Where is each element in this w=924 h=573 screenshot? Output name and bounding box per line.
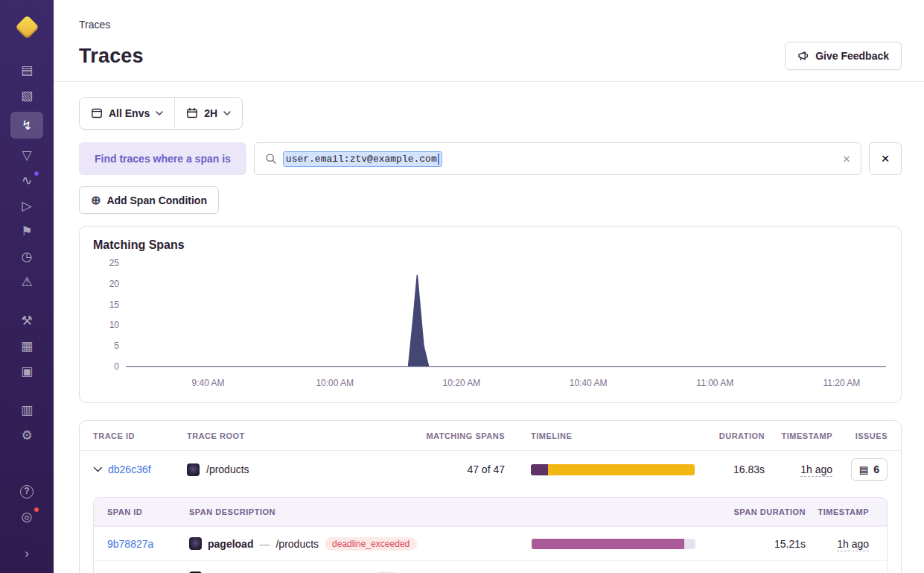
col-span-timestamp: TIMESTAMP (806, 507, 887, 516)
feedback-icon: ▽ (22, 148, 31, 163)
matching-spans-value: 47 of 47 (404, 463, 505, 475)
span-timeline-bar[interactable] (532, 539, 695, 549)
main-content: Traces Traces Give Feedback All Envs (54, 0, 924, 573)
sidebar-item-replays[interactable]: ▷ (10, 194, 43, 218)
date-range-filter[interactable]: 2H (174, 98, 242, 129)
sidebar-item-crons[interactable]: ◷ (10, 244, 43, 269)
span-search-input[interactable]: user.email:ztv@example.com × (254, 142, 861, 175)
sidebar-item-collapse[interactable]: › (10, 541, 43, 566)
sidebar-item-feedback[interactable]: ▽ (10, 143, 43, 168)
sidebar-item-toolbox[interactable]: ⚒ (10, 308, 43, 333)
span-table-header: SPAN ID SPAN DESCRIPTION SPAN DURATION T… (94, 498, 887, 526)
notification-dot (34, 171, 39, 177)
calendar-icon (186, 107, 198, 119)
stats-icon: ▥ (21, 402, 33, 418)
sidebar-item-alerts[interactable]: ⚠ (10, 270, 43, 294)
broadcast-icon: ◎ (22, 509, 33, 525)
alerts-icon: ⚠ (21, 274, 32, 290)
releases-icon: ⚑ (21, 224, 32, 239)
chart-y-axis: 2520151050 (93, 258, 126, 372)
sidebar-item-dashboards[interactable]: ▦ (10, 334, 43, 358)
sidebar-item-help[interactable]: ? (10, 479, 43, 504)
search-query-token[interactable]: user.email:ztv@example.com (284, 152, 442, 166)
sidebar-item-briefcase[interactable]: ▣ (10, 359, 43, 384)
col-issues: ISSUES (832, 431, 901, 440)
search-icon (265, 153, 277, 165)
chart-y-tick: 15 (109, 300, 119, 310)
chart-x-tick: 9:40 AM (192, 378, 225, 388)
replays-icon: ▷ (22, 198, 31, 214)
megaphone-icon (797, 50, 809, 62)
col-matching-spans: MATCHING SPANS (404, 431, 505, 440)
chart-x-tick: 10:20 AM (443, 378, 481, 388)
dashboards-icon: ▦ (21, 338, 33, 354)
filter-bar: All Envs 2H (79, 97, 243, 130)
environment-filter-label: All Envs (109, 107, 150, 119)
chevron-down-icon (223, 111, 231, 115)
timeline-segment (531, 464, 548, 475)
explore-icon: ↯ (22, 118, 32, 133)
sidebar-item-explore[interactable]: ↯ (10, 112, 43, 139)
span-status-badge: deadline_exceeded (325, 537, 417, 551)
trace-timeline-bar[interactable] (531, 464, 695, 475)
span-condition-chip: Find traces where a span is (79, 142, 246, 175)
col-span-description: SPAN DESCRIPTION (176, 507, 532, 516)
add-span-condition-label: Add Span Condition (106, 194, 207, 206)
give-feedback-button[interactable]: Give Feedback (785, 42, 902, 70)
sidebar-item-insights[interactable]: ∿ (10, 168, 43, 193)
header-divider (54, 81, 924, 82)
span-description: /products (275, 538, 319, 550)
chart-x-tick: 10:00 AM (316, 378, 354, 388)
col-duration: DURATION (695, 431, 765, 440)
sidebar-nav: ▤▧↯▽∿▷⚑◷⚠⚒▦▣▥⚙ (0, 57, 54, 448)
span-id-link[interactable]: 9b78827a (107, 538, 153, 550)
sidebar-item-settings[interactable]: ⚙ (10, 423, 43, 448)
sidebar-item-stats[interactable]: ▥ (10, 398, 43, 422)
insights-icon: ∿ (22, 173, 32, 189)
search-query-text: user.email:ztv@example.com (286, 153, 437, 165)
breadcrumb[interactable]: Traces (79, 19, 902, 31)
chart-plot[interactable] (126, 262, 886, 367)
separator: — (259, 538, 270, 550)
span-search-row: Find traces where a span is user.email:z… (79, 142, 902, 175)
issues-count-button[interactable]: ▤ 6 (851, 458, 888, 481)
sidebar-item-broadcast[interactable]: ◎ (10, 504, 43, 529)
sidebar-item-releases[interactable]: ⚑ (10, 219, 43, 244)
title-row: Traces Give Feedback (79, 42, 902, 70)
chart-y-tick: 5 (114, 341, 119, 351)
briefcase-icon: ▣ (21, 364, 33, 379)
chart-x-tick: 11:20 AM (823, 378, 861, 388)
chart-y-tick: 25 (109, 258, 119, 268)
add-span-condition-button[interactable]: ⊕ Add Span Condition (79, 186, 219, 214)
toolbox-icon: ⚒ (21, 313, 32, 329)
sidebar: ▤▧↯▽∿▷⚑◷⚠⚒▦▣▥⚙ ?◎› (0, 0, 54, 573)
span-timestamp[interactable]: 1h ago (837, 538, 869, 551)
trace-table: TRACE ID TRACE ROOT MATCHING SPANS TIMEL… (79, 420, 902, 573)
crons-icon: ◷ (22, 249, 33, 265)
sentry-logo[interactable] (13, 14, 40, 41)
trace-id-link[interactable]: db26c36f (108, 463, 151, 475)
help-icon: ? (20, 485, 34, 498)
trace-timestamp[interactable]: 1h ago (800, 463, 832, 477)
projects-icon: ▧ (21, 88, 33, 104)
environment-filter[interactable]: All Envs (80, 98, 174, 129)
chart: 2520151050 (93, 262, 886, 372)
settings-icon: ⚙ (21, 428, 32, 443)
chart-y-tick: 0 (114, 361, 119, 372)
date-range-label: 2H (204, 107, 217, 119)
collapse-row-icon[interactable] (93, 466, 103, 472)
notification-dot (34, 507, 39, 513)
expanded-spans-section: SPAN ID SPAN DESCRIPTION SPAN DURATION T… (80, 488, 901, 573)
project-icon (189, 537, 202, 550)
clear-search-icon[interactable]: × (843, 153, 850, 165)
span-row: 9b78827a pageload — /products deadline_e… (94, 526, 887, 560)
chart-x-tick: 10:40 AM (570, 378, 608, 388)
trace-table-header: TRACE ID TRACE ROOT MATCHING SPANS TIMEL… (80, 421, 901, 451)
close-search-button[interactable]: × (869, 142, 902, 175)
sidebar-item-issues[interactable]: ▤ (10, 58, 43, 83)
sidebar-item-projects[interactable]: ▧ (10, 83, 43, 108)
col-timeline: TIMELINE (531, 431, 695, 440)
sentry-logo-diamond (15, 15, 39, 39)
chevron-down-icon (156, 111, 163, 115)
page-title: Traces (79, 45, 144, 68)
